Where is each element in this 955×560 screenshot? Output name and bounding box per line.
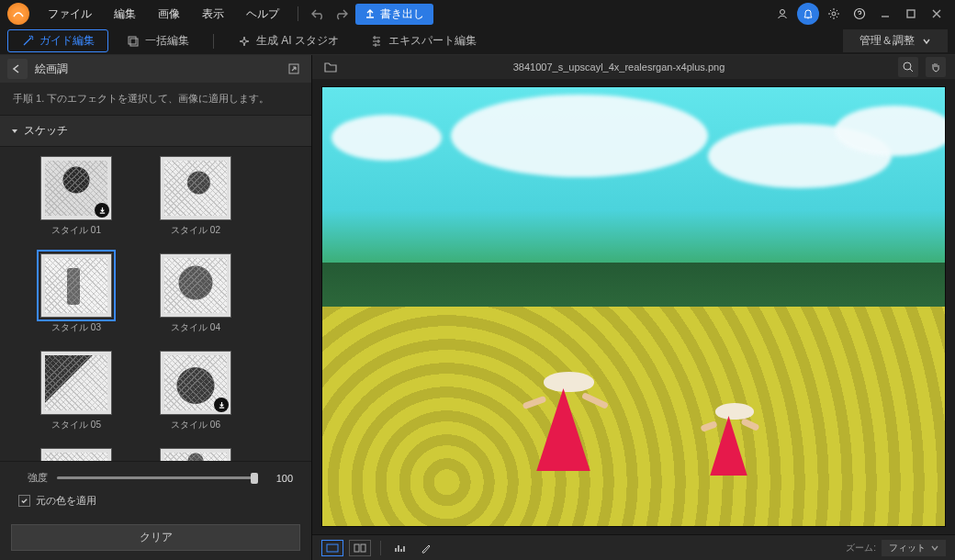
menu-view[interactable]: 表示: [193, 3, 233, 26]
histogram-button[interactable]: [390, 538, 410, 558]
wand-icon: [21, 35, 34, 48]
instruction-text: 手順 1. 下のエフェクトを選択して、画像に適用します。: [0, 83, 311, 115]
clear-button[interactable]: クリア: [11, 524, 300, 551]
menu-help[interactable]: ヘルプ: [237, 3, 288, 26]
separator: [213, 34, 214, 49]
menu-image[interactable]: 画像: [149, 3, 189, 26]
strength-slider[interactable]: [57, 476, 258, 479]
zoom-select[interactable]: フィット: [882, 540, 946, 556]
section-sketch[interactable]: スケッチ: [0, 115, 311, 147]
style-label: スタイル 02: [171, 224, 220, 237]
keep-original-color-checkbox[interactable]: 元の色を適用: [18, 494, 293, 508]
effect-controls: 強度 100 元の色を適用: [0, 461, 311, 517]
styles-scroll[interactable]: スタイル 01スタイル 02スタイル 03スタイル 04スタイル 05スタイル …: [0, 147, 311, 461]
mode-label: 生成 AI スタジオ: [256, 33, 339, 49]
maximize-button[interactable]: [900, 3, 922, 25]
image-canvas[interactable]: [321, 86, 946, 527]
chevron-down-icon: [922, 37, 931, 46]
panel-title: 絵画調: [35, 62, 276, 77]
notifications-icon[interactable]: [797, 3, 819, 25]
panel-header: 絵画調: [0, 55, 311, 83]
sliders-icon: [370, 35, 383, 48]
back-button[interactable]: [7, 59, 28, 79]
mode-ai-studio[interactable]: 生成 AI スタジオ: [225, 30, 352, 51]
svg-point-0: [781, 10, 785, 15]
help-icon[interactable]: [848, 3, 871, 25]
style-thumb[interactable]: スタイル 02: [154, 156, 237, 237]
zoom-value: フィット: [889, 542, 926, 554]
viewer-panel: 3841007_s_upscayl_4x_realesrgan-x4plus.p…: [312, 55, 955, 560]
manage-label: 管理＆調整: [860, 33, 915, 49]
export-button[interactable]: 書き出し: [355, 4, 433, 25]
style-thumb[interactable]: スタイル 04: [154, 253, 237, 334]
export-label: 書き出し: [380, 6, 424, 22]
style-thumb[interactable]: スタイル 06: [154, 351, 237, 431]
mode-label: エキスパート編集: [388, 33, 477, 49]
single-view-toggle[interactable]: [321, 540, 343, 556]
mode-bar: ガイド編集 一括編集 生成 AI スタジオ エキスパート編集 管理＆調整: [0, 28, 955, 55]
style-label: スタイル 05: [51, 419, 101, 431]
svg-rect-8: [327, 544, 338, 552]
viewer-top-bar: 3841007_s_upscayl_4x_realesrgan-x4plus.p…: [312, 55, 955, 79]
zoom-label: ズーム:: [846, 542, 876, 554]
checkbox-icon: [18, 495, 30, 507]
pan-tool[interactable]: [926, 57, 946, 77]
mode-guide-edit[interactable]: ガイド編集: [7, 29, 108, 52]
strength-value: 100: [267, 473, 293, 484]
mode-expert-edit[interactable]: エキスパート編集: [357, 30, 489, 51]
close-button[interactable]: [926, 3, 948, 25]
manage-adjust-button[interactable]: 管理＆調整: [843, 29, 948, 52]
svg-point-1: [832, 12, 836, 16]
menubar: ファイル 編集 画像 表示 ヘルプ 書き出し: [0, 0, 955, 28]
viewer-bottom-bar: ズーム: フィット: [312, 534, 955, 560]
effects-sidebar: 絵画調 手順 1. 下のエフェクトを選択して、画像に適用します。 スケッチ スタ…: [0, 55, 312, 560]
zoom-tool[interactable]: [898, 57, 918, 77]
brush-button[interactable]: [416, 538, 436, 558]
settings-icon[interactable]: [823, 3, 845, 25]
style-thumb[interactable]: スタイル 03: [35, 253, 118, 334]
checkbox-label: 元の色を適用: [36, 494, 96, 508]
account-icon[interactable]: [771, 3, 793, 25]
style-thumb[interactable]: スタイル 01: [35, 156, 118, 237]
svg-rect-4: [129, 37, 136, 44]
stack-icon: [127, 35, 140, 48]
sparkle-icon: [238, 35, 251, 48]
style-thumb[interactable]: [154, 448, 237, 461]
menu-file[interactable]: ファイル: [39, 3, 101, 26]
open-folder-button[interactable]: [321, 59, 340, 75]
style-label: スタイル 04: [171, 321, 220, 334]
download-icon: [214, 398, 229, 412]
svg-rect-9: [354, 544, 359, 552]
upload-icon: [365, 8, 376, 19]
chevron-down-icon: [931, 544, 938, 552]
undo-button[interactable]: [308, 4, 328, 24]
menu-edit[interactable]: 編集: [105, 3, 145, 26]
svg-point-7: [904, 62, 911, 70]
style-thumb[interactable]: スタイル 05: [35, 351, 118, 431]
strength-label: 強度: [18, 471, 48, 485]
svg-rect-5: [130, 39, 138, 46]
compare-view-toggle[interactable]: [349, 540, 371, 556]
detach-panel-button[interactable]: [284, 59, 304, 79]
redo-button[interactable]: [331, 4, 352, 24]
svg-rect-3: [907, 10, 915, 17]
minimize-button[interactable]: [874, 3, 896, 25]
mode-label: ガイド編集: [39, 33, 95, 49]
style-label: スタイル 01: [51, 224, 101, 237]
svg-rect-10: [361, 544, 365, 552]
separator: [298, 6, 298, 21]
mode-batch-edit[interactable]: 一括編集: [114, 30, 202, 51]
style-label: スタイル 03: [51, 321, 101, 334]
mode-label: 一括編集: [145, 33, 189, 49]
style-thumb[interactable]: [35, 448, 118, 461]
app-logo: [7, 3, 29, 25]
filename-label: 3841007_s_upscayl_4x_realesrgan-x4plus.p…: [513, 62, 725, 73]
section-label: スケッチ: [24, 123, 68, 139]
style-label: スタイル 06: [171, 419, 220, 431]
download-icon: [95, 203, 109, 218]
triangle-down-icon: [11, 128, 18, 135]
